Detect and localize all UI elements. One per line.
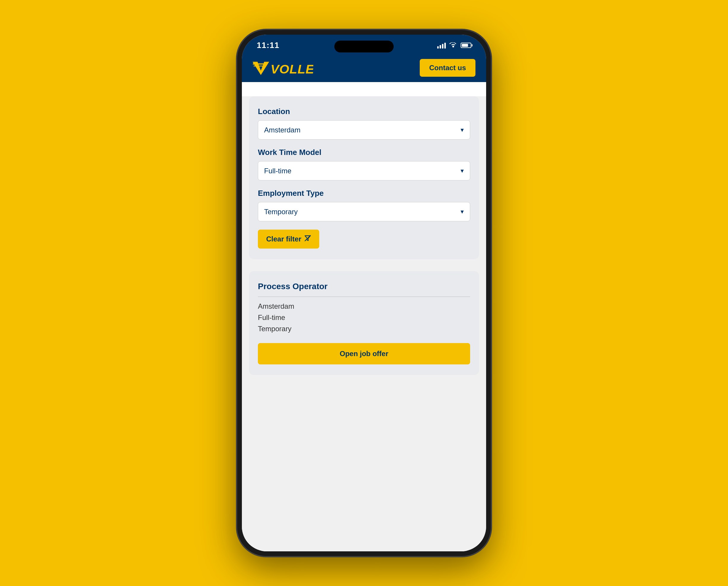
status-icons [437,42,471,49]
white-gap [242,82,486,96]
employment-filter-section: Employment Type Temporary Permanent Cont… [258,189,470,221]
dynamic-island [334,41,394,52]
filter-card: Location Amsterdam Rotterdam Utrecht Den… [249,96,479,259]
job-card: Process Operator Amsterdam Full-time Tem… [249,271,479,375]
clear-filter-label: Clear filter [266,235,302,243]
location-label: Location [258,107,470,116]
location-select[interactable]: Amsterdam Rotterdam Utrecht Den Haag [258,120,470,139]
battery-icon [461,43,471,48]
phone-wrapper: 11:11 [237,29,491,557]
svg-text:VOLLERS: VOLLERS [270,62,314,76]
clear-filter-icon [305,235,311,243]
contact-button[interactable]: Contact us [420,59,475,77]
logo-area: VOLLERS [253,59,313,76]
wifi-icon [449,42,457,49]
vollers-logo: VOLLERS [253,59,313,76]
svg-rect-1 [253,63,267,64]
phone-screen: 11:11 [242,35,486,551]
employment-select-wrapper[interactable]: Temporary Permanent Contract ▼ [258,202,470,221]
phone-frame: 11:11 [237,29,491,557]
open-job-button[interactable]: Open job offer [258,343,470,365]
work-time-filter-section: Work Time Model Full-time Part-time Flex… [258,148,470,180]
location-select-wrapper[interactable]: Amsterdam Rotterdam Utrecht Den Haag ▼ [258,120,470,139]
job-location: Amsterdam [258,302,470,311]
employment-select[interactable]: Temporary Permanent Contract [258,202,470,221]
work-time-select-wrapper[interactable]: Full-time Part-time Flexible ▼ [258,161,470,180]
location-filter-section: Location Amsterdam Rotterdam Utrecht Den… [258,107,470,139]
job-employment-type: Temporary [258,325,470,333]
section-gap [242,259,486,271]
job-work-time: Full-time [258,314,470,322]
status-time: 11:11 [257,41,280,50]
app-header: VOLLERS Contact us [242,54,486,82]
svg-rect-2 [254,66,266,66]
work-time-label: Work Time Model [258,148,470,157]
work-time-select[interactable]: Full-time Part-time Flexible [258,161,470,180]
app-content[interactable]: Location Amsterdam Rotterdam Utrecht Den… [242,82,486,551]
bottom-gap [242,375,486,387]
employment-label: Employment Type [258,189,470,198]
signal-icon [437,42,446,49]
clear-filter-button[interactable]: Clear filter [258,230,319,248]
job-title: Process Operator [258,282,470,297]
